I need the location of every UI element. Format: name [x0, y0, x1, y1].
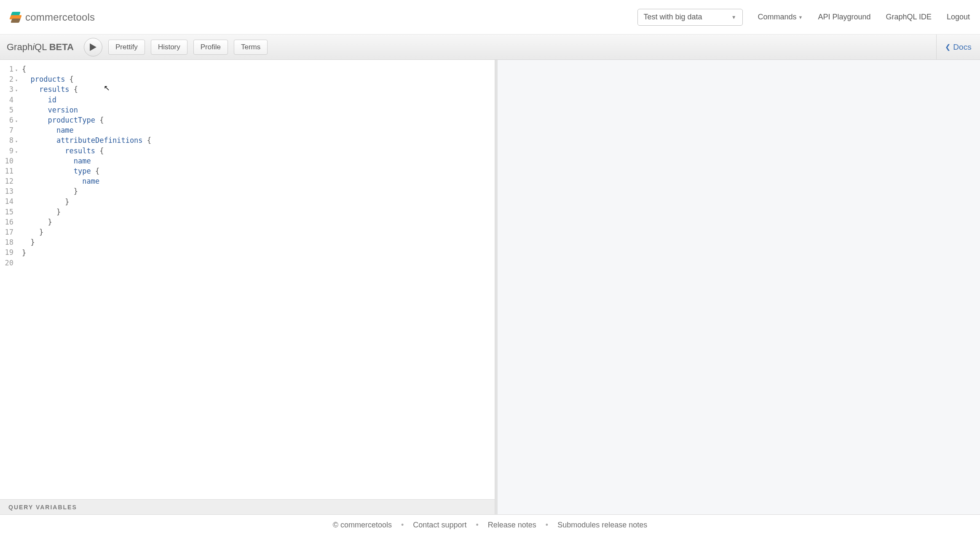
prettify-button[interactable]: Prettify — [108, 40, 145, 55]
footer: © commercetools • Contact support • Rele… — [0, 515, 980, 535]
code-line[interactable]: attributeDefinitions { — [22, 135, 491, 145]
line-number: 10 — [0, 156, 19, 166]
history-button[interactable]: History — [151, 40, 187, 55]
code-text[interactable]: { products { results { id version produc… — [19, 60, 495, 499]
toolbar-left: GraphiQL BETA Prettify History Profile T… — [7, 38, 268, 56]
project-select-value: Test with big data — [644, 13, 702, 21]
line-number: 20 — [0, 258, 19, 268]
code-line[interactable]: name — [22, 176, 491, 186]
docs-toggle[interactable]: ❮ Docs — [945, 43, 971, 52]
caret-down-icon: ▼ — [731, 14, 736, 20]
brand-text: commercetools — [25, 11, 95, 23]
line-number: 16 — [0, 217, 19, 227]
line-number: 17 — [0, 227, 19, 237]
code-line[interactable]: version — [22, 105, 491, 115]
code-line[interactable]: } — [22, 227, 491, 237]
line-number: 14 — [0, 196, 19, 206]
line-number: 6▾ — [0, 115, 19, 125]
svg-marker-0 — [90, 43, 96, 51]
nav-graphql-ide[interactable]: GraphQL IDE — [886, 13, 932, 21]
nav-commands-label: Commands — [758, 13, 797, 21]
chevron-left-icon: ❮ — [945, 43, 951, 51]
line-number: 15 — [0, 207, 19, 217]
nav-logout[interactable]: Logout — [947, 13, 970, 21]
line-number: 3▾ — [0, 84, 19, 94]
line-number: 19 — [0, 247, 19, 257]
footer-release[interactable]: Release notes — [488, 521, 536, 530]
code-line[interactable]: } — [22, 207, 491, 217]
profile-button[interactable]: Profile — [193, 40, 228, 55]
project-select[interactable]: Test with big data ▼ — [637, 9, 743, 26]
caret-down-icon: ▼ — [798, 15, 803, 20]
line-number: 13 — [0, 186, 19, 196]
brand[interactable]: commercetools — [10, 11, 95, 23]
nav-api-playground[interactable]: API Playground — [818, 13, 870, 21]
code-line[interactable]: name — [22, 156, 491, 166]
code-line[interactable]: } — [22, 197, 491, 207]
dot-separator: • — [476, 521, 478, 530]
query-editor[interactable]: 1▾2▾3▾456▾78▾9▾1011121314151617181920 { … — [0, 60, 495, 499]
top-nav: commercetools Test with big data ▼ Comma… — [0, 0, 980, 35]
nav-right: Test with big data ▼ Commands ▼ API Play… — [637, 9, 970, 26]
main-split: 1▾2▾3▾456▾78▾9▾1011121314151617181920 { … — [0, 60, 980, 515]
line-number: 11 — [0, 166, 19, 176]
footer-copyright: © commercetools — [333, 521, 392, 530]
app-title: GraphiQL BETA — [7, 42, 74, 53]
query-variables-bar[interactable]: Query Variables — [0, 499, 495, 514]
graphiql-toolbar: GraphiQL BETA Prettify History Profile T… — [0, 35, 980, 60]
code-line[interactable]: type { — [22, 166, 491, 176]
code-line[interactable]: name — [22, 125, 491, 135]
dot-separator: • — [401, 521, 404, 530]
dot-separator: • — [546, 521, 548, 530]
code-line[interactable]: productType { — [22, 115, 491, 125]
footer-submodules[interactable]: Submodules release notes — [557, 521, 647, 530]
footer-contact[interactable]: Contact support — [413, 521, 466, 530]
execute-button[interactable] — [84, 38, 102, 56]
docs-label: Docs — [953, 43, 971, 52]
line-number: 5 — [0, 105, 19, 115]
code-line[interactable]: } — [22, 217, 491, 227]
code-line[interactable]: id — [22, 95, 491, 105]
line-number: 9▾ — [0, 146, 19, 156]
line-number: 7 — [0, 125, 19, 135]
docs-pane: ❮ Docs — [936, 35, 980, 59]
result-pane[interactable] — [495, 60, 980, 514]
line-gutter: 1▾2▾3▾456▾78▾9▾1011121314151617181920 — [0, 60, 19, 499]
play-icon — [90, 43, 96, 51]
line-number: 4 — [0, 95, 19, 105]
nav-commands[interactable]: Commands ▼ — [758, 13, 803, 21]
code-line[interactable]: results { — [22, 84, 491, 94]
line-number: 2▾ — [0, 74, 19, 84]
line-number: 8▾ — [0, 135, 19, 145]
code-line[interactable]: } — [22, 237, 491, 247]
query-editor-column: 1▾2▾3▾456▾78▾9▾1011121314151617181920 { … — [0, 60, 495, 514]
code-line[interactable]: results { — [22, 146, 491, 156]
brand-logo-icon — [10, 12, 21, 23]
code-line[interactable]: { — [22, 64, 491, 74]
line-number: 18 — [0, 237, 19, 247]
code-line[interactable]: products { — [22, 74, 491, 84]
code-line[interactable]: } — [22, 248, 491, 258]
line-number: 12 — [0, 176, 19, 186]
code-line[interactable]: } — [22, 186, 491, 196]
line-number: 1▾ — [0, 64, 19, 74]
terms-button[interactable]: Terms — [234, 40, 268, 55]
